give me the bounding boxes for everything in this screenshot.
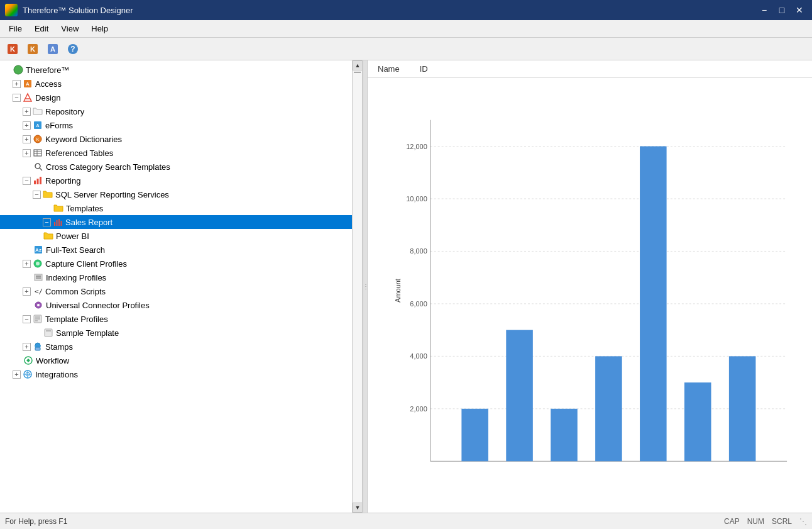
- tree-item-referenced-tables[interactable]: +Referenced Tables: [0, 146, 362, 160]
- tree-item-common-scripts[interactable]: +</>Common Scripts: [0, 284, 362, 298]
- icon-repository: [32, 106, 43, 117]
- bar-6[interactable]: [729, 356, 756, 461]
- label-sample-template: Sample Template: [56, 328, 119, 338]
- tree-item-keyword-dicts[interactable]: +KKeyword Dictionaries: [0, 132, 362, 146]
- toolbar-btn-1[interactable]: K: [4, 40, 21, 58]
- resize-grip[interactable]: ⋱: [799, 517, 807, 526]
- icon-universal-connector: [33, 299, 44, 311]
- main-content: Therefore™+AAccess−Design+Repository+AeF…: [0, 60, 812, 513]
- bar-3[interactable]: [595, 356, 622, 461]
- scroll-thumb[interactable]: [354, 72, 361, 73]
- svg-text:A: A: [36, 123, 39, 128]
- icon-access: A: [22, 78, 33, 89]
- bar-0[interactable]: [461, 409, 488, 461]
- bar-chart: Amount2,0004,0006,0008,00010,00012,000: [393, 84, 799, 506]
- tree-item-sample-template[interactable]: Sample Template: [0, 326, 362, 340]
- expander-sql-reporting[interactable]: −: [33, 191, 41, 199]
- maximize-button[interactable]: □: [774, 3, 789, 18]
- tree-item-indexing-profiles[interactable]: Indexing Profiles: [0, 270, 362, 284]
- toolbar-icon-1: K: [6, 43, 19, 55]
- expander-common-scripts[interactable]: +: [23, 287, 31, 296]
- close-button[interactable]: ✕: [792, 3, 807, 18]
- tree-item-integrations[interactable]: +Integrations: [0, 367, 362, 381]
- label-reporting: Reporting: [45, 176, 80, 186]
- bar-5[interactable]: [684, 382, 711, 461]
- svg-text:10,000: 10,000: [406, 195, 427, 203]
- icon-indexing-profiles: [33, 272, 44, 283]
- tree-scrollbar[interactable]: ▲ ▼: [352, 60, 362, 513]
- bar-2[interactable]: [551, 409, 578, 461]
- menu-bar: File Edit View Help: [0, 20, 812, 38]
- splitter-handle: ⋮: [363, 283, 368, 290]
- tree-item-cross-category[interactable]: Cross Category Search Templates: [0, 160, 362, 174]
- label-template-profiles: Template Profiles: [45, 315, 108, 324]
- svg-point-46: [35, 345, 41, 347]
- svg-text:A: A: [50, 45, 55, 53]
- icon-sql-reporting: [42, 189, 53, 200]
- expander-design[interactable]: −: [13, 94, 21, 102]
- icon-common-scripts: </>: [32, 286, 43, 297]
- tree-item-stamps[interactable]: +Stamps: [0, 340, 362, 354]
- scroll-down-arrow[interactable]: ▼: [353, 503, 363, 513]
- expander-repository[interactable]: +: [23, 108, 31, 116]
- svg-point-8: [14, 65, 23, 74]
- label-power-bi: Power BI: [56, 231, 89, 241]
- expander-stamps[interactable]: +: [23, 343, 31, 351]
- bar-1[interactable]: [506, 330, 533, 462]
- tree-item-workflow[interactable]: Workflow: [0, 354, 362, 367]
- bar-4[interactable]: [640, 147, 667, 462]
- tree-item-access[interactable]: +AAccess: [0, 77, 362, 91]
- icon-eforms: A: [32, 120, 43, 131]
- tree-item-design[interactable]: −Design: [0, 91, 362, 104]
- tree-item-repository[interactable]: +Repository: [0, 104, 362, 118]
- tree-item-therefore[interactable]: Therefore™: [0, 63, 362, 77]
- toolbar-btn-3[interactable]: A: [44, 40, 62, 58]
- expander-sales-report[interactable]: −: [43, 218, 51, 226]
- svg-text:12,000: 12,000: [406, 143, 427, 150]
- expander-capture-client[interactable]: +: [23, 260, 31, 268]
- chart-col-name[interactable]: Name: [368, 60, 410, 77]
- expander-template-profiles[interactable]: −: [23, 315, 31, 323]
- expander-eforms[interactable]: +: [23, 121, 31, 130]
- tree-item-universal-connector[interactable]: Universal Connector Profiles: [0, 298, 362, 312]
- menu-edit[interactable]: Edit: [28, 21, 55, 36]
- label-capture-client: Capture Client Profiles: [45, 259, 127, 269]
- menu-help[interactable]: Help: [85, 21, 114, 36]
- tree-item-sales-report[interactable]: −Sales Report: [0, 215, 362, 229]
- toolbar-btn-2[interactable]: K: [24, 40, 41, 58]
- tree-item-capture-client[interactable]: +Capture Client Profiles: [0, 257, 362, 270]
- svg-rect-16: [34, 150, 41, 156]
- tree-item-full-text-search[interactable]: AzFull-Text Search: [0, 243, 362, 257]
- tree-item-power-bi[interactable]: Power BI: [0, 229, 362, 243]
- panel-splitter[interactable]: ⋮: [363, 60, 368, 513]
- svg-text:K: K: [30, 45, 35, 53]
- num-indicator: NUM: [747, 517, 764, 526]
- tree-item-template-profiles[interactable]: −Template Profiles: [0, 312, 362, 326]
- expander-keyword-dicts[interactable]: +: [23, 135, 31, 143]
- help-text: For Help, press F1: [5, 517, 67, 526]
- tree-item-sql-reporting[interactable]: −SQL Server Reporting Services: [0, 187, 362, 201]
- label-indexing-profiles: Indexing Profiles: [46, 273, 106, 282]
- svg-text:K: K: [10, 45, 15, 53]
- chart-col-id[interactable]: ID: [410, 60, 438, 77]
- minimize-button[interactable]: −: [757, 3, 772, 18]
- tree-item-reporting[interactable]: −Reporting: [0, 174, 362, 187]
- tree-item-eforms[interactable]: +AeForms: [0, 118, 362, 132]
- tree-view[interactable]: Therefore™+AAccess−Design+Repository+AeF…: [0, 60, 362, 513]
- title-bar-left: Therefore™ Solution Designer: [5, 4, 133, 16]
- expander-integrations[interactable]: +: [13, 370, 21, 379]
- menu-view[interactable]: View: [55, 21, 85, 36]
- toolbar-btn-help[interactable]: ?: [64, 40, 82, 58]
- label-sales-report: Sales Report: [65, 218, 112, 227]
- tree-item-templates[interactable]: Templates: [0, 201, 362, 215]
- scroll-up-arrow[interactable]: ▲: [353, 60, 363, 70]
- menu-file[interactable]: File: [3, 21, 28, 36]
- icon-sales-report: [52, 216, 63, 228]
- expander-access[interactable]: +: [13, 80, 21, 88]
- expander-reporting[interactable]: −: [23, 177, 31, 185]
- title-bar: Therefore™ Solution Designer − □ ✕: [0, 0, 812, 20]
- title-bar-controls: − □ ✕: [757, 3, 807, 18]
- expander-referenced-tables[interactable]: +: [23, 149, 31, 157]
- icon-design: [22, 92, 33, 103]
- scroll-track: [353, 70, 362, 503]
